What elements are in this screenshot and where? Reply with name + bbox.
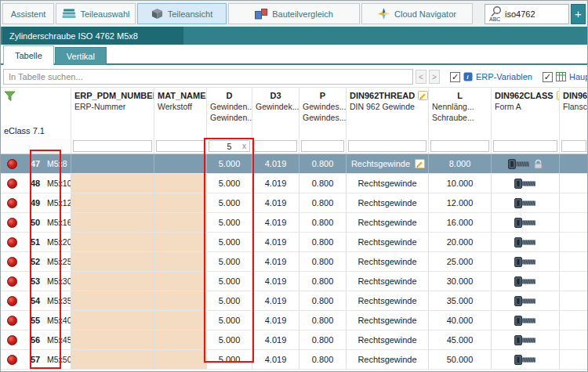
table-row[interactable]: 57 M5x50 5.000 4.019 0.800 Rechtsgewinde… bbox=[1, 350, 588, 370]
quick-search-input[interactable] bbox=[505, 9, 557, 19]
erp-variables-toggle: ✓ i ERP-Variablen bbox=[450, 72, 532, 82]
filter-input-erp[interactable] bbox=[73, 140, 152, 152]
tab-vertikal[interactable]: Vertikal bbox=[55, 47, 107, 65]
table-row[interactable]: 54 M5x35 5.000 4.019 0.800 Rechtsgewinde… bbox=[1, 291, 588, 311]
filter-funnel-icon[interactable] bbox=[4, 91, 67, 102]
p-value-cell: 0.800 bbox=[299, 174, 347, 193]
edit-icon[interactable] bbox=[415, 159, 425, 168]
p-value-cell: 0.800 bbox=[299, 350, 347, 369]
flansch-cell bbox=[560, 233, 588, 251]
p-value-cell: 0.800 bbox=[299, 213, 347, 232]
table-row[interactable]: 47 M5x8 5.000 4.019 0.800 Rechtsgewinde … bbox=[1, 154, 588, 174]
part-name: M5x8 bbox=[47, 159, 67, 168]
table-row[interactable]: 56 M5x45 5.000 4.019 0.800 Rechtsgewinde… bbox=[1, 330, 588, 350]
table-row[interactable]: 52 M5x25 5.000 4.019 0.800 Rechtsgewinde… bbox=[1, 252, 588, 272]
thread-value: Rechtsgewinde bbox=[358, 257, 416, 266]
tab-bauteilvergleich[interactable]: Bauteilvergleich bbox=[228, 3, 360, 24]
column-header-mat[interactable]: MAT_NAME Werkstoff bbox=[154, 88, 207, 139]
table-row[interactable]: 51 M5x20 5.000 4.019 0.800 Rechtsgewinde… bbox=[1, 233, 588, 252]
filter-input-p[interactable] bbox=[301, 140, 344, 152]
thread-value: Rechtsgewinde bbox=[351, 159, 410, 168]
part-name: M5x12 bbox=[47, 198, 71, 208]
p-value-cell: 0.800 bbox=[299, 291, 347, 310]
filter-value: 5 bbox=[227, 142, 232, 151]
thread-value: Rechtsgewinde bbox=[358, 237, 416, 247]
d3-value-cell: 4.019 bbox=[252, 311, 299, 330]
form-cell bbox=[492, 154, 560, 173]
filter-input-din96[interactable] bbox=[561, 140, 586, 152]
column-header-p[interactable]: P Gewindes... Gewindes... bbox=[299, 88, 347, 139]
tab-label: Cloud Navigator bbox=[394, 9, 456, 19]
material-cell bbox=[154, 330, 207, 349]
thread-cell: Rechtsgewinde bbox=[347, 291, 429, 310]
tab-cloud-navigator[interactable]: Cloud Navigator bbox=[361, 3, 473, 24]
tab-label: Assistent bbox=[11, 9, 46, 19]
d3-value-cell: 4.019 bbox=[252, 233, 299, 251]
filter-clear-button[interactable]: x bbox=[242, 142, 246, 150]
screw-icon bbox=[514, 316, 536, 326]
quick-search-box[interactable]: ABC bbox=[485, 4, 569, 24]
table-row[interactable]: 49 M5x12 5.000 4.019 0.800 Rechtsgewinde… bbox=[1, 193, 588, 213]
main-variables-label[interactable]: Haup bbox=[569, 72, 587, 81]
material-cell bbox=[154, 311, 207, 330]
erp-variables-label[interactable]: ERP-Variablen bbox=[476, 72, 532, 81]
filter-input-mat[interactable] bbox=[156, 140, 205, 152]
tab-assistent[interactable]: Assistent bbox=[2, 3, 54, 24]
green-grid-icon bbox=[556, 72, 566, 81]
p-value-cell: 0.800 bbox=[299, 154, 347, 173]
d3-value-cell: 4.019 bbox=[252, 291, 299, 310]
document-tab[interactable]: Zylinderschraube ISO 4762 M5x8 bbox=[2, 27, 183, 45]
d-value-cell: 5.000 bbox=[207, 233, 252, 251]
tab-teileansicht[interactable]: Teileansicht bbox=[137, 3, 227, 24]
column-header-erp[interactable]: ERP_PDM_NUMBER ERP-Nummer bbox=[71, 88, 154, 139]
flansch-cell bbox=[560, 174, 588, 193]
flansch-cell bbox=[560, 272, 588, 291]
tab-tabelle[interactable]: Tabelle bbox=[3, 45, 54, 65]
erp-variables-checkbox[interactable]: ✓ bbox=[450, 72, 460, 82]
d3-value-cell: 4.019 bbox=[252, 350, 299, 369]
filter-input-d3[interactable] bbox=[254, 140, 297, 152]
edit-icon[interactable] bbox=[418, 91, 428, 100]
d3-value-cell: 4.019 bbox=[252, 252, 299, 271]
filter-input-d[interactable]: 5 x bbox=[209, 140, 250, 152]
row-number: 50 bbox=[31, 218, 42, 227]
row-number: 48 bbox=[31, 179, 42, 188]
main-variables-checkbox[interactable]: ✓ bbox=[543, 72, 553, 82]
status-dot-icon bbox=[7, 198, 17, 208]
search-prev-button[interactable]: < bbox=[416, 70, 426, 84]
cube-icon bbox=[151, 8, 163, 20]
d-value-cell: 5.000 bbox=[207, 213, 252, 232]
erp-number-cell bbox=[71, 193, 154, 212]
table-row[interactable]: 53 M5x30 5.000 4.019 0.800 Rechtsgewinde… bbox=[1, 272, 588, 291]
material-cell bbox=[154, 291, 207, 310]
d3-value-cell: 4.019 bbox=[252, 330, 299, 349]
table-row[interactable]: 48 M5x10 5.000 4.019 0.800 Rechtsgewinde… bbox=[1, 174, 588, 193]
screw-icon bbox=[508, 159, 530, 169]
tab-teileauswahl[interactable]: Teileauswahl bbox=[56, 3, 136, 24]
table-row[interactable]: 55 M5x40 5.000 4.019 0.800 Rechtsgewinde… bbox=[1, 311, 588, 330]
table-row[interactable]: 50 M5x16 5.000 4.019 0.800 Rechtsgewinde… bbox=[1, 213, 588, 233]
screw-icon bbox=[514, 257, 536, 267]
filter-input-l[interactable] bbox=[430, 140, 489, 152]
main-variables-toggle: ✓ Haup bbox=[543, 72, 587, 82]
filter-input-class[interactable] bbox=[493, 140, 557, 152]
column-header-d3[interactable]: D3 Gewindek... bbox=[252, 88, 299, 139]
search-next-button[interactable]: > bbox=[429, 70, 440, 84]
erp-number-cell bbox=[71, 233, 154, 251]
column-header-d[interactable]: D Gewinden... Gewinden... bbox=[207, 88, 252, 139]
add-tab-button[interactable]: + bbox=[571, 4, 586, 24]
row-id-cell: 54 M5x35 bbox=[1, 291, 71, 310]
row-number: 54 bbox=[31, 296, 42, 305]
screw-icon bbox=[514, 335, 536, 345]
material-cell bbox=[154, 350, 207, 369]
d3-value-cell: 4.019 bbox=[252, 174, 299, 193]
flansch-cell bbox=[560, 213, 588, 232]
d-value-cell: 5.000 bbox=[207, 193, 252, 212]
screw-icon bbox=[514, 179, 536, 189]
table-search-input[interactable] bbox=[3, 69, 413, 85]
column-header-din96[interactable]: DIN96 Flansch... bbox=[560, 88, 588, 139]
column-header-l[interactable]: L Nennläng... Schraube... bbox=[429, 88, 492, 139]
column-header-class[interactable]: DIN962CLASS Form A bbox=[492, 88, 560, 139]
column-header-thread[interactable]: DIN962THREAD DIN 962 Gewinde bbox=[347, 88, 429, 139]
filter-input-thread[interactable] bbox=[348, 140, 426, 152]
